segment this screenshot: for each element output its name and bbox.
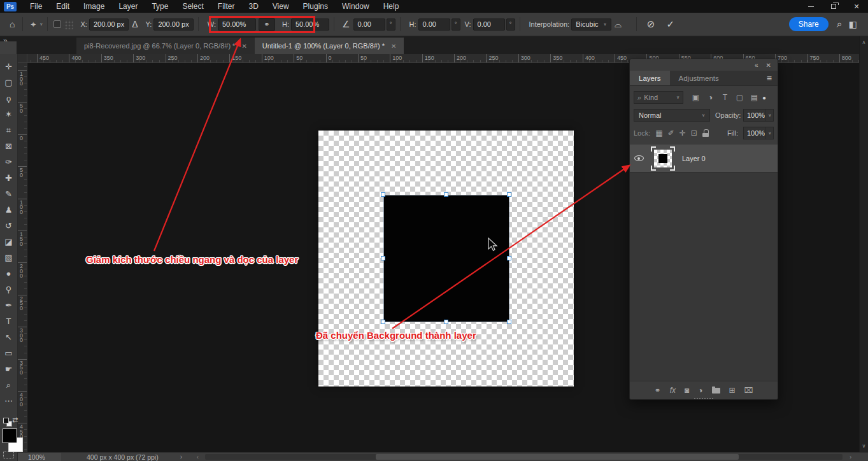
close-panel-icon[interactable]: ✕ — [766, 62, 771, 69]
healing-brush-tool[interactable]: ✚ — [0, 170, 17, 186]
h-skew-field[interactable]: 0.00 — [418, 18, 450, 31]
restore-button[interactable] — [822, 0, 845, 13]
chevron-down-icon[interactable]: ∨ — [39, 22, 43, 27]
transform-handle[interactable] — [444, 320, 448, 324]
transform-handle[interactable] — [381, 192, 385, 197]
fill-field[interactable]: 100% ∨ — [743, 127, 774, 139]
frame-tool[interactable]: ⊠ — [0, 138, 17, 154]
filter-toggle-icon[interactable]: ● — [762, 94, 766, 101]
transform-handle[interactable] — [444, 192, 448, 197]
lasso-tool[interactable]: ϙ — [0, 90, 17, 106]
lock-position-icon[interactable]: ✛ — [679, 129, 686, 138]
status-chevron-icon[interactable]: › — [180, 453, 182, 460]
rectangular-marquee-tool[interactable]: ▢ — [0, 74, 17, 90]
warp-mode-icon[interactable]: ⌓ — [611, 19, 625, 30]
eyedropper-tool[interactable]: ✑ — [0, 154, 17, 170]
foreground-color-swatch[interactable] — [3, 429, 17, 443]
scroll-right-icon[interactable]: › — [850, 453, 851, 461]
cancel-transform-button[interactable]: ⊘ — [641, 18, 661, 30]
menu-item[interactable]: Filter — [211, 0, 242, 13]
crop-tool[interactable]: ⌗ — [0, 122, 17, 138]
minimize-button[interactable] — [799, 0, 822, 13]
zoom-tool[interactable]: ⌕ — [0, 377, 17, 393]
scrollbar-thumb[interactable] — [376, 454, 739, 460]
gradient-tool[interactable]: ▧ — [0, 250, 17, 266]
adjustment-layer-filter-icon[interactable]: ◑ — [703, 93, 718, 102]
collapse-panel-icon[interactable]: « — [755, 62, 758, 69]
chevron-up-icon[interactable]: ∧ — [862, 39, 866, 45]
eraser-tool[interactable]: ◪ — [0, 234, 17, 250]
horizontal-scrollbar[interactable] — [205, 454, 843, 460]
move-tool[interactable]: ✛ — [0, 59, 17, 74]
transform-handle[interactable] — [507, 320, 511, 324]
menu-item[interactable]: Plugins — [296, 0, 335, 13]
new-layer-icon[interactable]: ⊞ — [729, 386, 736, 395]
menu-item[interactable]: View — [266, 0, 296, 13]
shape-layer-filter-icon[interactable]: ▢ — [732, 93, 747, 102]
quick-selection-tool[interactable]: ✶ — [0, 106, 17, 122]
scroll-left-icon[interactable]: ‹ — [197, 453, 199, 461]
rotation-field[interactable]: 0.00 — [353, 18, 385, 31]
share-button[interactable]: Share — [789, 17, 829, 31]
smart-object-filter-icon[interactable]: ▤ — [747, 93, 762, 102]
menu-item[interactable]: Image — [76, 0, 111, 13]
path-selection-tool[interactable]: ↖ — [0, 329, 17, 345]
pen-tool[interactable]: ✒ — [0, 297, 17, 313]
workspace-icon[interactable]: ◧ — [846, 19, 860, 29]
adjustment-layer-icon[interactable]: ◑ — [698, 386, 702, 395]
visibility-toggle[interactable] — [630, 155, 648, 161]
close-icon[interactable]: ✕ — [391, 43, 396, 50]
menu-item[interactable]: Help — [376, 0, 406, 13]
menu-item[interactable]: Layer — [111, 0, 145, 13]
document-tab-active[interactable]: Untitled-1 @ 100% (Layer 0, RGB/8#) * ✕ — [255, 38, 404, 54]
delete-layer-icon[interactable]: ⌧ — [744, 386, 753, 395]
x-position-field[interactable]: 200.00 px — [89, 18, 129, 31]
menu-item[interactable]: File — [23, 0, 49, 13]
chevron-down-icon[interactable]: ∨ — [862, 443, 866, 449]
lock-transparency-icon[interactable]: ▦ — [655, 129, 662, 138]
tab-adjustments[interactable]: Adjustments — [670, 71, 728, 85]
rectangle-tool[interactable]: ▭ — [0, 345, 17, 361]
panel-menu-icon[interactable]: ≡ — [761, 71, 778, 85]
document-tab-inactive[interactable]: pi8-Recovered.jpg @ 66.7% (Layer 0, RGB/… — [76, 38, 255, 54]
zoom-level-field[interactable]: 100% — [18, 453, 61, 461]
menu-item[interactable]: 3D — [241, 0, 265, 13]
panel-resize-handle[interactable] — [694, 397, 714, 399]
pixel-layer-filter-icon[interactable]: ▣ — [688, 93, 703, 102]
clone-stamp-tool[interactable]: ♟ — [0, 202, 17, 218]
swap-colors-icon[interactable]: ⇄ — [12, 416, 18, 424]
type-tool[interactable]: T — [0, 313, 17, 329]
commit-transform-button[interactable]: ✓ — [660, 18, 680, 30]
menu-item[interactable]: Window — [335, 0, 376, 13]
transform-handle[interactable] — [507, 256, 511, 260]
layer-style-icon[interactable]: fx — [670, 386, 676, 395]
opacity-field[interactable]: 100% ∨ — [743, 109, 774, 122]
menu-item[interactable]: Select — [175, 0, 210, 13]
close-button[interactable]: ✕ — [845, 0, 868, 13]
tab-layers[interactable]: Layers — [630, 71, 670, 85]
lock-artboard-icon[interactable]: ⊡ — [691, 129, 697, 138]
v-skew-field[interactable]: 0.00 — [473, 18, 505, 31]
ruler-corner[interactable] — [18, 54, 27, 63]
delta-icon[interactable]: Δ — [129, 19, 141, 29]
close-icon[interactable]: ✕ — [241, 43, 246, 50]
blend-mode-select[interactable]: Normal ∨ — [634, 109, 710, 122]
transform-handle[interactable] — [381, 256, 385, 260]
lock-paint-icon[interactable]: ✐ — [668, 129, 674, 138]
layer-thumbnail[interactable] — [650, 146, 676, 171]
layer-row-selected[interactable]: Layer 0 — [630, 145, 778, 173]
reference-point-checkbox[interactable] — [53, 20, 61, 28]
type-layer-filter-icon[interactable]: T — [718, 93, 732, 102]
edit-toolbar-button[interactable]: ⋯ — [0, 393, 17, 409]
lock-all-icon[interactable] — [702, 129, 709, 137]
link-layers-icon[interactable]: ⚭ — [655, 386, 661, 395]
blur-tool[interactable]: ● — [0, 266, 17, 281]
transform-handle[interactable] — [507, 192, 511, 197]
y-position-field[interactable]: 200.00 px — [153, 18, 193, 31]
transform-handle[interactable] — [381, 320, 385, 324]
document-canvas[interactable] — [318, 131, 574, 387]
home-icon[interactable]: ⌂ — [6, 19, 18, 29]
hand-tool[interactable]: ☛ — [0, 361, 17, 377]
search-icon[interactable]: ⌕ — [834, 18, 846, 30]
brush-tool[interactable]: ✎ — [0, 186, 17, 202]
